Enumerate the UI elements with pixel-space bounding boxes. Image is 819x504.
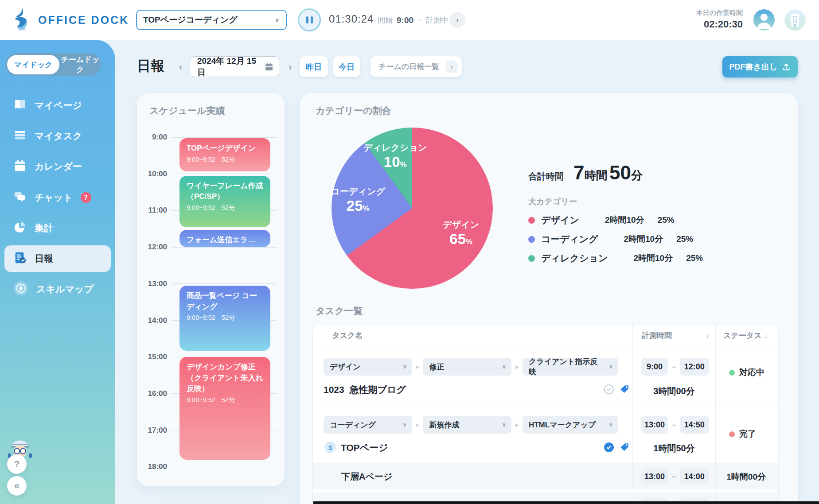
toggle-team-dock[interactable]: チームドック xyxy=(59,54,101,75)
export-icon xyxy=(782,62,791,71)
check-circle-icon[interactable] xyxy=(604,384,614,396)
pause-icon xyxy=(299,10,320,30)
tilde-label: ~ xyxy=(417,16,422,25)
category-select[interactable]: 新規作成∨ xyxy=(423,416,511,434)
end-time-input[interactable]: 14:50 xyxy=(680,416,709,434)
sidebar-item-skillmap[interactable]: スキルマップ xyxy=(0,276,115,302)
tag-icon[interactable] xyxy=(620,442,629,454)
start-time-input[interactable]: 13:00 xyxy=(641,416,668,434)
compass-icon xyxy=(13,281,28,298)
logo[interactable]: OFFICE DOCK xyxy=(12,7,129,33)
book-icon xyxy=(13,98,27,113)
start-time-input[interactable]: 13:00 xyxy=(641,469,668,485)
page-title: 日報 xyxy=(137,57,164,75)
pdf-export-button[interactable]: PDF書き出し xyxy=(722,56,798,78)
total-time-label: 合計時間 xyxy=(528,171,564,182)
sidebar-item-label: チャット xyxy=(35,191,73,204)
status-dot xyxy=(729,370,735,376)
today-button[interactable]: 今日 xyxy=(333,56,360,77)
sidebar-item-calendar[interactable]: カレンダー xyxy=(0,153,115,180)
bottom-edge-bar xyxy=(313,501,819,504)
task-name: 下層Aページ xyxy=(341,471,392,483)
timer-display: 01:30:24 xyxy=(329,13,374,25)
person-icon xyxy=(753,9,775,31)
yesterday-button[interactable]: 昨日 xyxy=(300,56,328,77)
category-stats: 合計時間 7時間 50分 大カテゴリー デザイン 2時間10分 25% コーディ… xyxy=(528,162,785,264)
check-circle-filled-icon[interactable] xyxy=(604,442,614,454)
pie-slice-label: デザイン 65% xyxy=(443,219,479,248)
hour-row: 18:00 xyxy=(146,462,277,472)
pie-slice-label: コーディング 25% xyxy=(331,185,385,214)
chevron-right-icon: › xyxy=(445,60,458,74)
date-value: 2024年 12月 15日 xyxy=(197,55,265,78)
tag-icon[interactable] xyxy=(620,384,629,396)
schedule-event[interactable]: 商品一覧ページ コーディング 9:00~9:5252分 xyxy=(179,286,270,351)
timer-detail-button[interactable]: › xyxy=(449,12,465,28)
schedule-event[interactable]: TOPページデザイン 9:00~9:5252分 xyxy=(179,138,270,171)
prev-date-button[interactable]: ‹ xyxy=(176,61,185,74)
sidebar-item-summary[interactable]: 集計 xyxy=(0,215,115,241)
start-label: 開始 xyxy=(378,15,393,25)
user-avatar[interactable] xyxy=(753,9,775,31)
work-time-value: 02:20:30 xyxy=(656,19,743,30)
category-select[interactable]: コーディング∨ xyxy=(324,416,412,434)
schedule-event[interactable]: フォーム送信エラ… xyxy=(179,230,270,247)
category-select[interactable]: クライアント指示反映∨ xyxy=(523,358,618,376)
status-dot xyxy=(729,431,735,437)
end-time-input[interactable]: 12:00 xyxy=(680,358,709,376)
chat-icon xyxy=(13,190,27,205)
task-table: タスク名 計測時間↓ ステータス↓ デザイン∨ ▶ 修正∨ ▶ クライアント指示… xyxy=(312,325,779,504)
building-icon xyxy=(784,9,806,31)
sidebar-item-daily-report[interactable]: 日報 xyxy=(4,245,111,272)
team-reports-label: チームの日報一覧 xyxy=(378,62,439,72)
category-pie-chart: デザイン 65% コーディング 25% ディレクション 10% xyxy=(332,128,493,289)
category-chart-title: カテゴリーの割合 xyxy=(316,105,391,117)
table-row: デザイン∨ ▶ 修正∨ ▶ クライアント指示反映∨ 1023_急性期ブログ xyxy=(313,346,778,404)
chevron-down-icon: ∨ xyxy=(275,16,280,23)
team-reports-button[interactable]: チームの日報一覧 › xyxy=(370,56,462,77)
organization-avatar[interactable] xyxy=(784,9,806,31)
table-header: タスク名 計測時間↓ ステータス↓ xyxy=(313,325,778,346)
top-header: OFFICE DOCK TOPページコーディング ∨ 01:30:24 開始 9… xyxy=(0,0,819,40)
category-select[interactable]: デザイン∨ xyxy=(324,358,412,376)
task-name: 1023_急性期ブログ xyxy=(324,384,406,396)
subtask-count-badge: 3 xyxy=(324,442,336,453)
sidebar-item-mytasks[interactable]: マイタスク xyxy=(0,123,115,149)
arrow-right-icon: ▶ xyxy=(515,364,519,370)
task-duration: 1時間50分 xyxy=(633,442,715,454)
date-picker[interactable]: 2024年 12月 15日 xyxy=(190,56,279,77)
calendar-icon xyxy=(265,62,273,71)
sidebar-item-label: マイタスク xyxy=(35,130,82,142)
sidebar-item-mypage[interactable]: マイページ xyxy=(0,92,115,119)
end-time-input[interactable]: 14:00 xyxy=(680,469,709,485)
app-root: OFFICE DOCK TOPページコーディング ∨ 01:30:24 開始 9… xyxy=(0,0,819,504)
row-gap xyxy=(313,489,778,492)
pause-timer-button[interactable] xyxy=(298,8,321,31)
collapse-sidebar-button[interactable]: « xyxy=(7,476,27,496)
chevron-down-icon: ∨ xyxy=(605,422,613,428)
total-time-value: 7時間 50分 xyxy=(573,162,643,184)
category-select[interactable]: HTMLマークアップ∨ xyxy=(523,416,618,434)
schedule-event[interactable]: ワイヤーフレーム作成（PC/SP） 9:00~9:5252分 xyxy=(179,176,270,227)
status-badge[interactable]: 完了 xyxy=(716,428,778,440)
schedule-event[interactable]: デザインカンプ修正（クライアント朱入れ反映） 9:00~9:5252分 xyxy=(179,357,270,460)
schedule-title: スケジュール実績 xyxy=(149,105,225,117)
task-list-title: タスク一覧 xyxy=(316,305,363,317)
sort-desc-icon[interactable]: ↓ xyxy=(706,332,709,340)
current-task-select[interactable]: TOPページコーディング ∨ xyxy=(136,10,287,30)
today-work-time: 本日の作業時間 02:20:30 xyxy=(656,9,743,30)
measuring-label: 計測中 xyxy=(426,15,448,25)
toggle-my-dock[interactable]: マイドック xyxy=(7,55,59,74)
sort-desc-icon[interactable]: ↓ xyxy=(764,332,768,340)
chevron-down-icon: ∨ xyxy=(499,422,507,428)
sidebar-item-chat[interactable]: チャット 7 xyxy=(0,184,115,211)
legend-row: ディレクション 2時間10分 25% xyxy=(528,252,785,264)
next-date-button[interactable]: › xyxy=(286,61,294,74)
category-select[interactable]: 修正∨ xyxy=(423,358,511,376)
list-icon xyxy=(13,128,27,144)
status-badge[interactable]: 対応中 xyxy=(716,367,778,378)
start-time-input[interactable]: 9:00 xyxy=(641,358,668,376)
report-panel: カテゴリーの割合 デザイン 65% コーディング 25% ディレクション 10%… xyxy=(300,93,798,504)
help-button[interactable]: ? xyxy=(7,454,27,474)
arrow-right-icon: ▶ xyxy=(416,364,419,370)
